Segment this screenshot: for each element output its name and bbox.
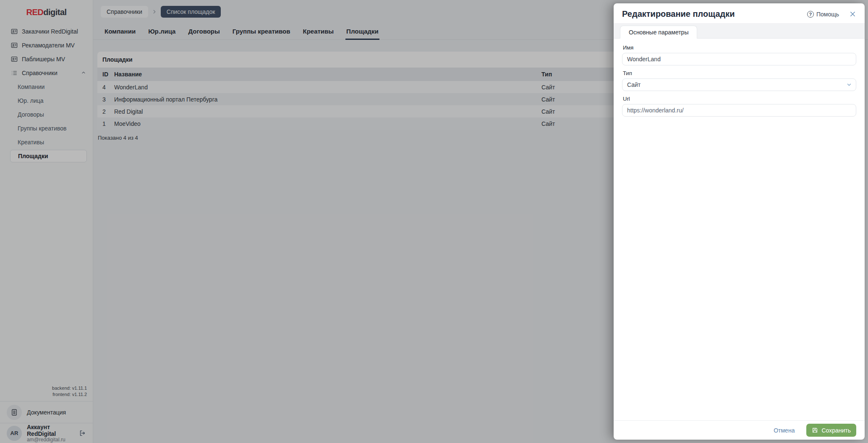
type-select-value: Сайт <box>627 81 641 88</box>
help-button[interactable]: ? Помощь <box>807 11 839 18</box>
help-label: Помощь <box>816 11 839 18</box>
close-icon[interactable] <box>849 10 856 18</box>
type-field-label: Тип <box>623 70 856 76</box>
question-circle-icon: ? <box>807 11 814 18</box>
drawer-title: Редактирование площадки <box>622 9 807 19</box>
drawer-body: Имя Тип Сайт Url <box>614 39 865 420</box>
url-field-label: Url <box>623 96 856 102</box>
url-input[interactable] <box>622 104 856 117</box>
drawer-header: Редактирование площадки ? Помощь <box>614 3 865 23</box>
field-url: Url <box>622 96 856 117</box>
chevron-down-icon <box>846 82 852 88</box>
cancel-button[interactable]: Отмена <box>774 427 795 434</box>
type-select[interactable]: Сайт <box>622 78 856 91</box>
tab-main-parameters[interactable]: Основные параметры <box>620 26 697 39</box>
name-field-label: Имя <box>623 44 856 51</box>
field-name: Имя <box>622 44 856 65</box>
save-button[interactable]: Сохранить <box>806 424 856 437</box>
field-type: Тип Сайт <box>622 70 856 91</box>
save-floppy-icon <box>812 427 818 433</box>
drawer-footer: Отмена Сохранить <box>614 420 865 440</box>
drawer-tabs: Основные параметры <box>614 23 865 39</box>
name-input[interactable] <box>622 53 856 65</box>
save-button-label: Сохранить <box>821 427 851 434</box>
edit-platform-drawer: Редактирование площадки ? Помощь Основны… <box>614 3 865 440</box>
